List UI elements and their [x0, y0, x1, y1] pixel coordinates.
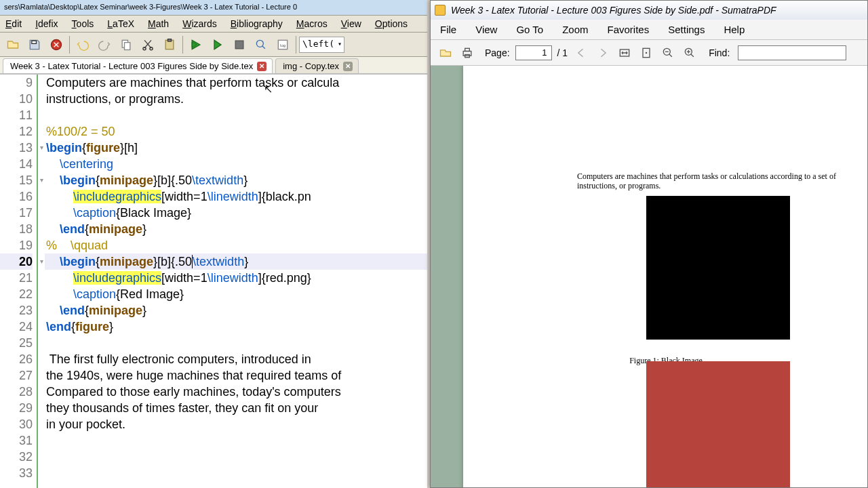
build-run-icon[interactable] [186, 35, 206, 55]
toolbar-separator [69, 36, 70, 54]
tab-close-icon[interactable]: ✕ [343, 62, 353, 71]
fold-marker [38, 221, 45, 237]
copy-icon[interactable] [116, 35, 136, 55]
prev-page-icon[interactable] [573, 45, 589, 61]
line-number: 10 [0, 91, 33, 107]
code-line[interactable]: \end{minipage} [45, 302, 427, 319]
pdf-canvas[interactable]: Computers are machines that perform task… [431, 66, 867, 487]
line-number: 16 [0, 188, 33, 205]
symbol-combo[interactable]: \left( [299, 37, 344, 53]
code-line[interactable]: Computers are machines that perform task… [45, 75, 427, 91]
save-icon[interactable] [24, 35, 45, 55]
menu-wizards[interactable]: Wizards [182, 18, 217, 29]
view-log-icon[interactable]: log [273, 35, 293, 55]
menu-options[interactable]: Options [375, 18, 408, 29]
code-line[interactable]: \includegraphics[width=1\linewidth]{blac… [45, 188, 427, 205]
vmenu-favorites[interactable]: Favorites [608, 24, 650, 35]
line-number: 25 [0, 335, 33, 351]
paste-icon[interactable] [159, 35, 180, 55]
vmenu-goto[interactable]: Go To [516, 24, 543, 35]
code-content[interactable]: Computers are machines that perform task… [45, 75, 427, 488]
open-file-icon[interactable] [437, 45, 454, 61]
code-line[interactable] [45, 107, 427, 123]
vmenu-file[interactable]: File [440, 24, 456, 35]
code-line[interactable]: \includegraphics[width=1\linewidth]{red.… [45, 270, 427, 286]
svg-text:log: log [280, 43, 285, 47]
find-input[interactable] [738, 45, 846, 60]
fit-width-icon[interactable] [616, 45, 633, 61]
fit-page-icon[interactable] [638, 45, 654, 61]
code-line[interactable]: \end{minipage} [45, 221, 427, 237]
menu-macros[interactable]: Macros [296, 18, 328, 29]
fold-marker [38, 465, 45, 481]
page-number-input[interactable] [515, 45, 552, 60]
print-icon[interactable] [459, 45, 475, 61]
menu-idefix[interactable]: Idefix [35, 18, 58, 29]
pdf-page: Computers are machines that perform task… [463, 66, 867, 487]
redo-icon[interactable] [94, 35, 115, 55]
code-line[interactable]: \begin{minipage}[b]{​.50\textwidth} [45, 253, 427, 270]
compile-icon[interactable] [208, 35, 228, 55]
fold-marker [38, 107, 45, 123]
code-line[interactable]: % \qquad [45, 237, 427, 253]
menu-latex[interactable]: LaTeX [107, 18, 134, 29]
code-line[interactable] [45, 335, 427, 351]
vmenu-zoom[interactable]: Zoom [562, 24, 588, 35]
code-line[interactable]: \caption{Red Image} [45, 286, 427, 302]
close-icon[interactable] [46, 35, 66, 55]
code-line[interactable]: Compared to those early machines, today'… [45, 384, 427, 400]
fold-marker[interactable]: ▾ [38, 140, 45, 156]
line-number: 26 [0, 351, 33, 367]
undo-icon[interactable] [73, 35, 93, 55]
code-line[interactable] [45, 465, 427, 481]
vmenu-help[interactable]: Help [724, 24, 745, 35]
zoom-in-icon[interactable] [682, 45, 698, 61]
code-editor[interactable]: 9101112131415161718192021222324252627282… [0, 75, 427, 488]
find-label: Find: [709, 47, 730, 58]
code-line[interactable]: \begin{figure}[h] [45, 140, 427, 156]
stop-icon[interactable] [229, 35, 250, 55]
editor-window: sers\Ramlata\Desktop\Latex Seminar\week … [0, 0, 427, 488]
tab-close-icon[interactable]: ✕ [257, 62, 267, 71]
code-line[interactable]: \end{figure} [45, 319, 427, 335]
menu-edit[interactable]: Edit [5, 18, 22, 29]
cut-icon[interactable] [138, 35, 158, 55]
fold-marker [38, 270, 45, 286]
svg-rect-13 [465, 48, 470, 51]
line-number: 28 [0, 384, 33, 400]
tab-active[interactable]: Week 3 - Latex Tutorial - Lecture 003 Fi… [3, 58, 273, 73]
menu-bibliography[interactable]: Bibliography [231, 18, 283, 29]
line-number: 14 [0, 156, 33, 172]
menu-math[interactable]: Math [148, 18, 169, 29]
tab-inactive[interactable]: img - Copy.tex ✕ [275, 58, 359, 73]
view-pdf-icon[interactable] [251, 35, 271, 55]
code-line[interactable]: The first fully electronic computers, in… [45, 351, 427, 367]
svg-point-17 [646, 52, 648, 54]
code-line[interactable]: \centering [45, 156, 427, 172]
viewer-toolbar: Page: / 1 Find: [431, 40, 867, 66]
editor-tabbar: Week 3 - Latex Tutorial - Lecture 003 Fi… [0, 57, 427, 75]
code-line[interactable]: \caption{Black Image} [45, 205, 427, 221]
fold-marker [38, 367, 45, 384]
zoom-out-icon[interactable] [660, 45, 676, 61]
code-line[interactable]: %100/2 = 50 [45, 123, 427, 140]
code-line[interactable]: they thousands of times faster, they can… [45, 400, 427, 416]
code-line[interactable]: instructions, or programs. [45, 91, 427, 107]
code-line[interactable] [45, 449, 427, 465]
fold-marker[interactable]: ▾ [38, 172, 45, 188]
menu-tools[interactable]: Tools [72, 18, 94, 29]
fold-marker [38, 75, 45, 91]
fold-marker[interactable]: ▾ [38, 253, 45, 270]
line-number: 9 [0, 75, 33, 91]
code-line[interactable]: in your pocket. [45, 416, 427, 432]
menu-view[interactable]: View [341, 18, 361, 29]
code-line[interactable] [45, 432, 427, 449]
code-line[interactable]: \begin{minipage}[b]{.50\textwidth} [45, 172, 427, 188]
pdf-black-image [646, 196, 790, 340]
vmenu-view[interactable]: View [475, 24, 497, 35]
vmenu-settings[interactable]: Settings [668, 24, 705, 35]
code-line[interactable]: the 1940s, were huge machines that requi… [45, 367, 427, 384]
line-number: 24 [0, 319, 33, 335]
next-page-icon[interactable] [595, 45, 611, 61]
open-icon[interactable] [3, 35, 23, 55]
